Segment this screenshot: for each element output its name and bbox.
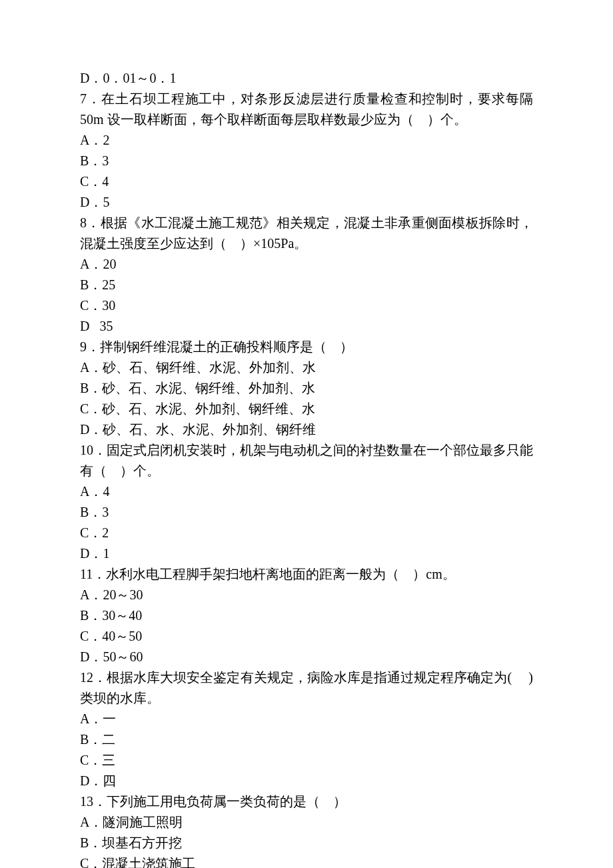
q11-option-b: B．30～40 bbox=[80, 605, 533, 626]
q9-option-b: B．砂、石、水泥、钢纤维、外加剂、水 bbox=[80, 378, 533, 399]
q10-option-d: D．1 bbox=[80, 543, 533, 564]
q7-option-b: B．3 bbox=[80, 151, 533, 171]
q13-option-a: A．隧洞施工照明 bbox=[80, 812, 533, 833]
q10-stem: 10．固定式启闭机安装时，机架与电动机之间的衬垫数量在一个部位最多只能有（ ）个… bbox=[80, 440, 533, 481]
q12-stem: 12．根据水库大坝安全鉴定有关规定，病险水库是指通过规定程序确定为( )类坝的水… bbox=[80, 667, 533, 709]
q11-option-a: A．20～30 bbox=[80, 585, 533, 605]
q6-option-d: D．0．01～0．1 bbox=[80, 68, 533, 89]
q7-option-c: C．4 bbox=[80, 171, 533, 192]
q7-stem: 7．在土石坝工程施工中，对条形反滤层进行质量检查和控制时，要求每隔 50m 设一… bbox=[80, 89, 533, 130]
q11-option-d: D．50～60 bbox=[80, 647, 533, 667]
q7-option-d: D．5 bbox=[80, 192, 533, 213]
q10-option-c: C．2 bbox=[80, 523, 533, 543]
q7-option-a: A．2 bbox=[80, 130, 533, 151]
q8-option-b: B．25 bbox=[80, 275, 533, 295]
q13-stem: 13．下列施工用电负荷属一类负荷的是（ ） bbox=[80, 791, 533, 812]
document-page: D．0．01～0．1 7．在土石坝工程施工中，对条形反滤层进行质量检查和控制时，… bbox=[0, 0, 613, 868]
q12-option-a: A．一 bbox=[80, 709, 533, 729]
q9-option-a: A．砂、石、钢纤维、水泥、外加剂、水 bbox=[80, 357, 533, 378]
q12-option-c: C．三 bbox=[80, 750, 533, 771]
q13-option-b: B．坝基石方开挖 bbox=[80, 833, 533, 853]
q9-stem: 9．拌制钢纤维混凝土的正确投料顺序是（ ） bbox=[80, 337, 533, 357]
q8-option-a: A．20 bbox=[80, 254, 533, 275]
q8-option-c: C．30 bbox=[80, 295, 533, 316]
q8-option-d: D 35 bbox=[80, 316, 533, 337]
q9-option-c: C．砂、石、水泥、外加剂、钢纤维、水 bbox=[80, 399, 533, 419]
q9-option-d: D．砂、石、水、水泥、外加剂、钢纤维 bbox=[80, 419, 533, 440]
q8-stem: 8．根据《水工混凝土施工规范》相关规定，混凝土非承重侧面模板拆除时，混凝土强度至… bbox=[80, 213, 533, 254]
q12-option-b: B．二 bbox=[80, 729, 533, 750]
q10-option-b: B．3 bbox=[80, 502, 533, 523]
q11-stem: 11．水利水电工程脚手架扫地杆离地面的距离一般为（ ）cm。 bbox=[80, 564, 533, 585]
q10-option-a: A．4 bbox=[80, 481, 533, 502]
q13-option-c: C．混凝土浇筑施工 bbox=[80, 853, 533, 868]
q12-option-d: D．四 bbox=[80, 771, 533, 791]
q11-option-c: C．40～50 bbox=[80, 626, 533, 647]
